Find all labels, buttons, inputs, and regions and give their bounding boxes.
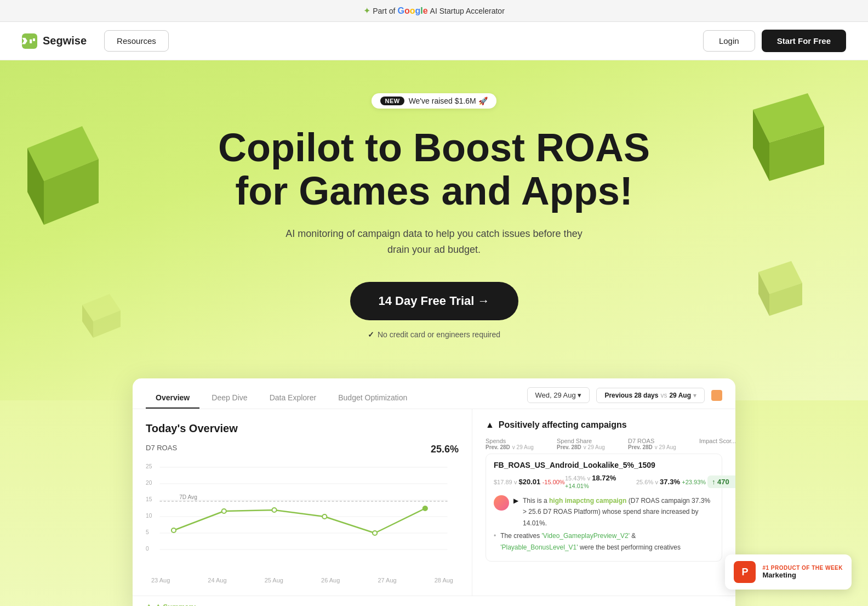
up-arrow-icon: ▲ bbox=[486, 420, 494, 430]
play-icon: ▶ bbox=[513, 495, 518, 506]
svg-text:25: 25 bbox=[146, 463, 152, 469]
high-impact-label: high imapctng campaign bbox=[549, 497, 626, 505]
share-cell: 15.43% v 18.72% +14.01% bbox=[565, 474, 636, 490]
ph-icon: P bbox=[734, 561, 756, 583]
svg-point-34 bbox=[423, 506, 427, 511]
decorative-cube-small-right bbox=[747, 256, 813, 324]
plus-icon: ✦ bbox=[363, 5, 370, 16]
svg-point-31 bbox=[272, 508, 276, 512]
svg-rect-0 bbox=[28, 37, 37, 45]
decorative-cube-bottom-left bbox=[77, 288, 132, 346]
campaigns-panel: ▲ Positively affecting campaigns Spends … bbox=[472, 409, 735, 596]
column-headers: Spends Prev. 28D v 29 Aug Spend Share Pr… bbox=[486, 438, 722, 450]
svg-rect-1 bbox=[30, 39, 32, 43]
svg-text:10: 10 bbox=[146, 513, 152, 519]
metric-value: 25.6% bbox=[431, 444, 459, 455]
nav-right: Login Start For Free bbox=[703, 30, 846, 52]
spends-cell: $17.89 v $20.01 -15.00% bbox=[494, 478, 565, 486]
bullet-icon: • bbox=[494, 530, 496, 541]
ph-label: #1 PRODUCT OF THE WEEK bbox=[762, 565, 843, 571]
section-title: ▲ Positively affecting campaigns bbox=[486, 420, 722, 430]
logo: Segwise bbox=[22, 33, 87, 49]
tab-list: Overview Deep Dive Data Explorer Budget … bbox=[146, 388, 417, 409]
date-picker[interactable]: Wed, 29 Aug ▾ bbox=[527, 387, 590, 403]
creative-link-2: 'Playable_BonusLevel_V1' bbox=[500, 543, 578, 551]
resources-button[interactable]: Resources bbox=[104, 30, 169, 52]
col-header-d7roas: D7 ROAS Prev. 28D v 29 Aug bbox=[628, 438, 699, 450]
dashboard-body: Today's Overview D7 ROAS 25.6% 25 20 15 … bbox=[133, 409, 735, 596]
col-header-spend-share: Spend Share Prev. 28D v 29 Aug bbox=[557, 438, 628, 450]
sparkle-icon: ✦ bbox=[146, 603, 152, 606]
campaign-name: FB_ROAS_US_Android_Lookalike_5%_1509 bbox=[494, 461, 714, 469]
color-indicator bbox=[711, 390, 722, 401]
dashboard-tabs: Overview Deep Dive Data Explorer Budget … bbox=[133, 378, 735, 409]
impact-badge: ↑ 470 bbox=[707, 475, 735, 488]
logo-icon bbox=[22, 33, 37, 49]
campaign-row: FB_ROAS_US_Android_Lookalike_5%_1509 $17… bbox=[486, 454, 722, 562]
nav-left: Segwise Resources bbox=[22, 30, 169, 52]
svg-point-30 bbox=[222, 509, 226, 513]
decorative-cube-left bbox=[11, 115, 110, 238]
tab-overview[interactable]: Overview bbox=[146, 388, 199, 409]
dashboard-preview: Overview Deep Dive Data Explorer Budget … bbox=[133, 378, 735, 606]
metric-label: D7 ROAS bbox=[146, 444, 177, 452]
hero-title: Copilot to Boost ROAS for Games and Apps… bbox=[187, 126, 681, 213]
svg-point-29 bbox=[172, 528, 176, 533]
banner-suffix: AI Startup Accelerator bbox=[430, 7, 505, 15]
navbar: Segwise Resources Login Start For Free bbox=[0, 22, 868, 60]
creative-link-1: 'Video_GameplayPreview_V2' bbox=[542, 532, 630, 540]
ph-title: Marketing bbox=[762, 571, 843, 579]
part-of-text: Part of bbox=[373, 7, 395, 15]
google-brand: Google bbox=[397, 6, 427, 16]
compare-button[interactable]: Previous 28 days vs 29 Aug ▾ bbox=[596, 388, 705, 403]
logo-text: Segwise bbox=[43, 35, 87, 47]
svg-text:5: 5 bbox=[146, 529, 149, 535]
hero-badge: NEW We've raised $1.6M 🚀 bbox=[372, 93, 496, 109]
badge-text: We've raised $1.6M 🚀 bbox=[409, 97, 488, 105]
col-header-impact: Impact Scor... bbox=[699, 438, 735, 450]
svg-point-33 bbox=[373, 531, 377, 535]
dashboard-controls: Wed, 29 Aug ▾ Previous 28 days vs 29 Aug… bbox=[527, 387, 722, 409]
summary-bar: ✦ ✦ Summary bbox=[133, 596, 735, 606]
chart-x-labels: 23 Aug 24 Aug 25 Aug 26 Aug 27 Aug 28 Au… bbox=[146, 577, 459, 584]
svg-text:7D Avg: 7D Avg bbox=[179, 494, 197, 500]
badge-new-label: NEW bbox=[380, 97, 404, 105]
svg-text:20: 20 bbox=[146, 480, 152, 486]
roas-cell: 25.6% v 37.3% +23.93% bbox=[636, 478, 707, 486]
ph-text: #1 PRODUCT OF THE WEEK Marketing bbox=[762, 565, 843, 579]
hero-subtitle: AI monitoring of campaign data to help y… bbox=[281, 226, 587, 258]
no-cc-text: ✓ No credit card or engineers required bbox=[368, 330, 500, 339]
chart-area: 25 20 15 10 5 0 bbox=[146, 462, 459, 571]
chart-panel: Today's Overview D7 ROAS 25.6% 25 20 15 … bbox=[133, 409, 472, 596]
insight-row-2: • The creatives 'Video_GameplayPreview_V… bbox=[494, 530, 714, 553]
decorative-cube-right bbox=[731, 88, 841, 200]
svg-rect-2 bbox=[33, 38, 35, 41]
product-hunt-badge[interactable]: P #1 PRODUCT OF THE WEEK Marketing bbox=[725, 554, 852, 590]
start-for-free-button[interactable]: Start For Free bbox=[762, 30, 846, 52]
campaign-metrics: $17.89 v $20.01 -15.00% 15.43% v 18.72% … bbox=[494, 474, 714, 490]
top-banner: ✦ Part of Google AI Startup Accelerator bbox=[0, 0, 868, 22]
svg-point-32 bbox=[322, 514, 327, 519]
login-button[interactable]: Login bbox=[703, 30, 755, 52]
overview-title: Today's Overview bbox=[146, 422, 459, 435]
avatar bbox=[494, 495, 509, 511]
tab-deep-dive[interactable]: Deep Dive bbox=[202, 388, 257, 409]
col-header-spends: Spends Prev. 28D v 29 Aug bbox=[486, 438, 557, 450]
insight-row-1: ▶ This is a high imapctng campaign This … bbox=[494, 495, 714, 529]
cta-button[interactable]: 14 Day Free Trial → bbox=[350, 282, 518, 320]
tab-data-explorer[interactable]: Data Explorer bbox=[260, 388, 327, 409]
svg-text:0: 0 bbox=[146, 546, 149, 552]
check-icon: ✓ bbox=[368, 330, 374, 339]
campaign-insights: ▶ This is a high imapctng campaign This … bbox=[494, 495, 714, 553]
hero-section: NEW We've raised $1.6M 🚀 Copilot to Boos… bbox=[0, 60, 868, 400]
tab-budget-opt[interactable]: Budget Optimization bbox=[328, 388, 417, 409]
svg-text:15: 15 bbox=[146, 496, 152, 502]
metric-row: D7 ROAS 25.6% bbox=[146, 444, 459, 455]
